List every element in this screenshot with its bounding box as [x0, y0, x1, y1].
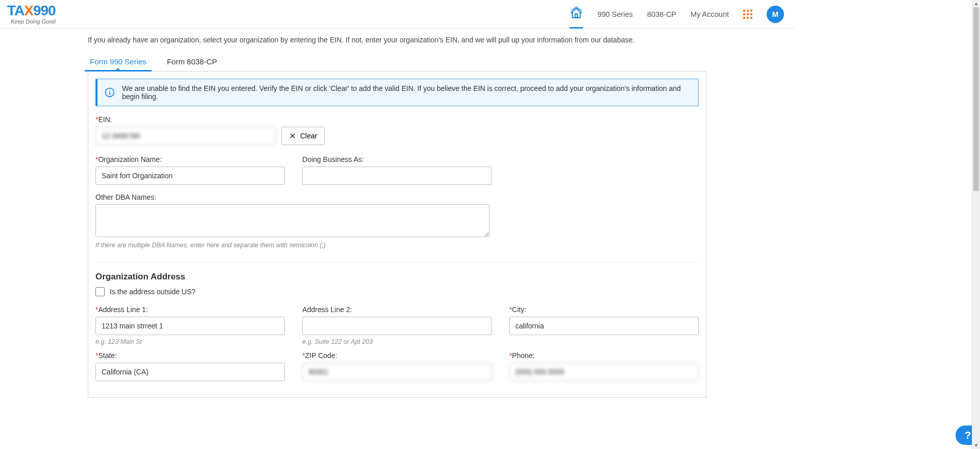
scroll-thumb[interactable] [973, 7, 979, 191]
addr2-label: Address Line 2: [302, 305, 492, 314]
nav-my-account[interactable]: My Account [691, 3, 729, 26]
close-icon [289, 132, 296, 139]
addr2-hint: e.g. Suite 122 or Apt 203 [302, 338, 492, 345]
city-input[interactable] [509, 317, 699, 335]
logo-text-pre: TA [7, 3, 24, 18]
address-section-title: Organization Address [95, 262, 699, 282]
zip-input[interactable] [302, 363, 492, 381]
addr2-input[interactable] [302, 317, 492, 335]
dba-input[interactable] [302, 167, 492, 185]
nav-990-series[interactable]: 990 Series [597, 3, 632, 26]
state-label: *State: [95, 351, 285, 360]
scrollbar[interactable]: ▲ ▼ [972, 0, 980, 398]
phone-label: *Phone: [509, 351, 699, 360]
user-avatar[interactable]: M [767, 6, 784, 23]
org-name-label: *Organization Name: [95, 155, 285, 163]
other-dba-hint: If there are multiple DBA Names, enter h… [95, 242, 489, 249]
info-alert-text: We are unable to find the EIN you entere… [122, 84, 691, 101]
state-select[interactable] [95, 363, 285, 381]
city-label: *City: [509, 305, 699, 314]
apps-grid-icon[interactable] [743, 10, 752, 19]
other-dba-label: Other DBA Names: [95, 193, 489, 201]
svg-point-3 [109, 90, 110, 91]
svg-rect-0 [575, 14, 577, 18]
dba-label: Doing Business As: [302, 155, 492, 163]
form-card: We are unable to find the EIN you entere… [88, 72, 706, 398]
org-name-input[interactable] [95, 167, 285, 185]
logo-tagline: Keep Doing Good [11, 19, 55, 25]
outside-us-label: Is the address outside US? [110, 288, 195, 296]
top-nav: 990 Series 8038-CP My Account M [570, 0, 784, 29]
page-intro: If you already have an organization, sel… [88, 36, 706, 44]
addr1-hint: e.g. 123 Main St [95, 338, 285, 345]
info-alert: We are unable to find the EIN you entere… [95, 79, 699, 106]
zip-label: *ZIP Code: [302, 351, 492, 360]
home-icon [570, 7, 583, 20]
addr1-label: *Address Line 1: [95, 305, 285, 314]
clear-button[interactable]: Clear [281, 127, 325, 145]
ein-label: *EIN: [95, 115, 276, 124]
other-dba-textarea[interactable] [95, 204, 489, 237]
outside-us-checkbox[interactable] [95, 287, 105, 296]
scroll-up-arrow[interactable]: ▲ [972, 0, 980, 7]
form-type-tabs: Form 990 Series Form 8038-CP [88, 53, 706, 72]
brand-logo[interactable]: TAX990 Keep Doing Good [7, 4, 56, 25]
logo-text-post: 990 [33, 3, 56, 18]
tab-form-990-series[interactable]: Form 990 Series [88, 53, 149, 71]
nav-home[interactable] [570, 0, 583, 29]
app-header: TAX990 Keep Doing Good 990 Series 8038-C… [0, 0, 794, 29]
logo-text-x: X [24, 3, 33, 18]
tab-form-8038-cp[interactable]: Form 8038-CP [165, 53, 219, 71]
ein-input[interactable] [95, 127, 276, 145]
phone-input[interactable] [509, 363, 699, 381]
addr1-input[interactable] [95, 317, 285, 335]
nav-8038-cp[interactable]: 8038-CP [647, 3, 676, 26]
clear-button-label: Clear [300, 132, 317, 140]
info-icon [105, 87, 115, 98]
